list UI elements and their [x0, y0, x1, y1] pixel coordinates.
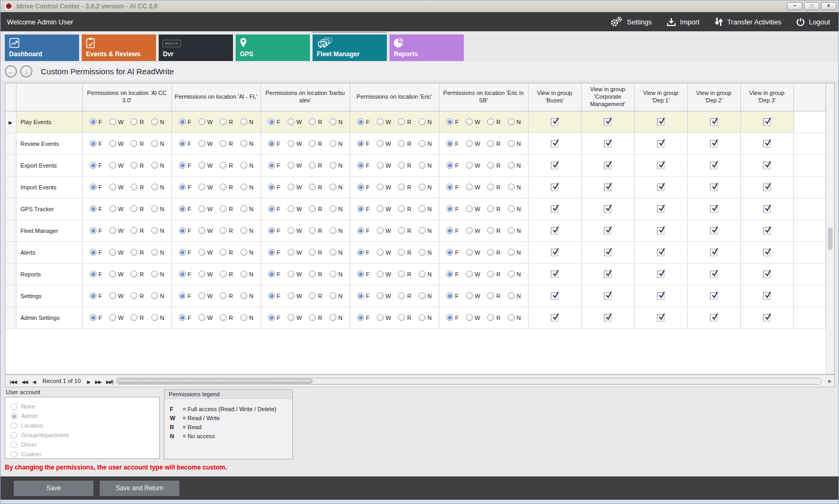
column-header-location-3[interactable]: Permissions on location 'barbu alex': [261, 83, 350, 111]
permission-option-f[interactable]: F: [357, 162, 370, 169]
vertical-scrollbar-thumb[interactable]: [828, 228, 833, 250]
group-checkbox[interactable]: [551, 249, 558, 256]
radio-n[interactable]: [508, 227, 515, 234]
group-checkbox[interactable]: [604, 184, 611, 191]
action-logout[interactable]: Logout: [796, 18, 830, 27]
radio-f[interactable]: [90, 227, 97, 234]
column-header-location-2[interactable]: Permissions on location 'Al - FL': [171, 83, 261, 111]
radio-f[interactable]: [268, 140, 275, 147]
account-option-driver[interactable]: Driver: [11, 440, 159, 449]
permission-option-r[interactable]: R: [220, 227, 233, 234]
radio-r[interactable]: [487, 118, 494, 125]
permission-option-r[interactable]: R: [131, 249, 144, 256]
permission-option-n[interactable]: N: [330, 292, 343, 299]
permission-option-f[interactable]: F: [357, 205, 370, 212]
permission-option-r[interactable]: R: [398, 140, 411, 147]
permission-option-f[interactable]: F: [446, 271, 459, 277]
radio-n[interactable]: [151, 162, 158, 169]
radio-r[interactable]: [487, 140, 494, 147]
group-checkbox[interactable]: [551, 184, 558, 191]
action-import[interactable]: Import: [667, 18, 699, 27]
permission-option-f[interactable]: F: [90, 249, 102, 256]
radio-r[interactable]: [398, 314, 405, 321]
radio-r[interactable]: [131, 292, 137, 299]
permission-option-w[interactable]: W: [109, 227, 124, 234]
group-checkbox[interactable]: [604, 227, 611, 234]
permission-option-n[interactable]: N: [419, 162, 432, 169]
radio-f[interactable]: [446, 292, 453, 299]
radio-f[interactable]: [179, 140, 186, 147]
hscroll-left-arrow-icon[interactable]: ◀: [109, 379, 113, 384]
radio-r[interactable]: [398, 140, 405, 147]
group-checkbox[interactable]: [657, 118, 664, 126]
permission-option-n[interactable]: N: [419, 227, 432, 234]
tab-gps[interactable]: GPS: [236, 34, 310, 61]
permission-option-w[interactable]: W: [288, 118, 302, 125]
radio-w[interactable]: [198, 227, 205, 234]
permission-option-n[interactable]: N: [419, 184, 432, 190]
radio-w[interactable]: [466, 314, 473, 321]
radio-w[interactable]: [288, 162, 295, 169]
permission-option-n[interactable]: N: [419, 118, 432, 125]
horizontal-scrollbar-thumb[interactable]: [117, 379, 313, 384]
group-checkbox[interactable]: [763, 271, 771, 278]
permission-option-w[interactable]: W: [466, 249, 480, 256]
radio-n[interactable]: [419, 314, 426, 321]
permission-option-w[interactable]: W: [109, 118, 124, 125]
permission-option-f[interactable]: F: [179, 314, 192, 321]
permission-option-n[interactable]: N: [151, 162, 165, 169]
radio-f[interactable]: [268, 184, 275, 190]
radio-f[interactable]: [357, 118, 364, 125]
radio-n[interactable]: [151, 118, 158, 125]
radio-r[interactable]: [398, 162, 405, 169]
radio-f[interactable]: [268, 162, 275, 169]
radio-r[interactable]: [220, 227, 227, 234]
radio-w[interactable]: [109, 140, 116, 147]
radio-f[interactable]: [268, 249, 275, 256]
radio-f[interactable]: [446, 140, 453, 147]
permission-option-r[interactable]: R: [131, 184, 144, 190]
permission-option-r[interactable]: R: [131, 314, 144, 321]
radio-r[interactable]: [309, 140, 316, 147]
permission-option-f[interactable]: F: [357, 314, 370, 321]
permission-option-f[interactable]: F: [179, 249, 192, 256]
permission-option-w[interactable]: W: [198, 271, 213, 277]
permission-option-r[interactable]: R: [487, 162, 500, 169]
radio-r[interactable]: [220, 314, 227, 321]
table-row-fleet-manager[interactable]: Fleet ManagerFWRNFWRNFWRNFWRNFWRN: [5, 220, 826, 241]
radio-f[interactable]: [90, 271, 97, 277]
group-checkbox[interactable]: [551, 271, 558, 278]
column-header-group-3[interactable]: View in group 'Dep 1': [634, 83, 687, 111]
column-header-group-5[interactable]: View in group 'Dep 3': [740, 83, 793, 111]
column-header-location-4[interactable]: Permissions on location 'Eric': [350, 83, 439, 111]
table-row-settings[interactable]: SettingsFWRNFWRNFWRNFWRNFWRN: [5, 285, 826, 307]
permission-option-w[interactable]: W: [377, 140, 391, 147]
permission-option-w[interactable]: W: [466, 292, 480, 299]
permission-option-r[interactable]: R: [487, 249, 500, 256]
permission-option-f[interactable]: F: [268, 271, 281, 277]
permission-option-f[interactable]: F: [446, 249, 459, 256]
radio-driver[interactable]: [11, 441, 18, 448]
permission-option-w[interactable]: W: [288, 205, 302, 212]
radio-r[interactable]: [487, 249, 494, 256]
permission-option-w[interactable]: W: [198, 205, 213, 212]
maximize-button[interactable]: □: [804, 2, 819, 10]
group-checkbox[interactable]: [551, 118, 558, 126]
group-checkbox[interactable]: [657, 184, 664, 191]
permission-option-r[interactable]: R: [220, 118, 233, 125]
permission-option-f[interactable]: F: [268, 140, 281, 147]
radio-r[interactable]: [131, 118, 137, 125]
permission-option-r[interactable]: R: [220, 184, 233, 190]
permission-option-r[interactable]: R: [398, 184, 411, 190]
permission-option-r[interactable]: R: [309, 205, 322, 212]
permission-option-f[interactable]: F: [90, 162, 102, 169]
radio-r[interactable]: [309, 271, 316, 277]
prev-record-button[interactable]: ◀: [32, 379, 36, 385]
account-option-admin[interactable]: Admin: [11, 411, 159, 421]
radio-n[interactable]: [508, 249, 515, 256]
radio-r[interactable]: [309, 184, 316, 190]
radio-n[interactable]: [240, 227, 247, 234]
radio-n[interactable]: [240, 140, 247, 147]
hscroll-right-arrow-icon[interactable]: ▶: [828, 379, 832, 384]
radio-n[interactable]: [330, 205, 336, 212]
